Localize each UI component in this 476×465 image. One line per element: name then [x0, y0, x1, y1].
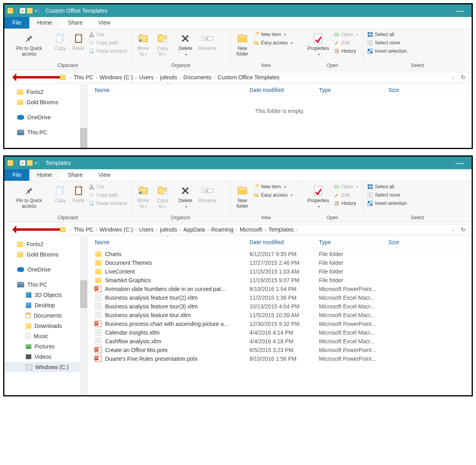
select-none-button[interactable]: Select none: [367, 40, 407, 46]
navigation-pane[interactable]: Fonts2Gold BloomsOneDriveThis PC: [4, 84, 88, 148]
qat-dropdown-icon[interactable]: ≡: [35, 161, 37, 165]
copy-path-button[interactable]: Copy path: [89, 40, 127, 46]
file-row[interactable]: SmartArt Graphics 11/19/2015 9:07 PM Fil…: [95, 276, 472, 285]
folder-icon[interactable]: [27, 8, 33, 13]
paste-shortcut-button[interactable]: Paste shortcut: [89, 48, 127, 54]
file-row[interactable]: Document Themes 12/27/2015 2:46 PM File …: [95, 258, 472, 267]
scrollbar-thumb[interactable]: [80, 128, 87, 148]
refresh-button[interactable]: ↻: [458, 72, 468, 83]
nav-item-fonts2[interactable]: Fonts2: [4, 239, 87, 249]
tab-home[interactable]: Home: [29, 169, 60, 181]
tab-view[interactable]: View: [90, 169, 118, 181]
nav-item-onedrive[interactable]: OneDrive: [4, 112, 87, 122]
breadcrumb-chevron-icon[interactable]: ›: [205, 227, 211, 232]
new-item-button[interactable]: ★New item▾: [253, 184, 292, 190]
column-header-type[interactable]: Type: [319, 239, 388, 245]
file-row[interactable]: Charts 6/12/2017 9:35 PM File folder: [95, 250, 472, 258]
open-button[interactable]: Open▾: [334, 184, 358, 190]
column-header-size[interactable]: Size: [388, 239, 412, 245]
qat-properties-icon[interactable]: ✔: [20, 160, 25, 166]
properties-button[interactable]: Properties▾: [304, 31, 332, 57]
breadcrumb-segment[interactable]: Custom Office Templates: [218, 74, 280, 80]
scrollbar-thumb[interactable]: [80, 280, 87, 308]
tab-home[interactable]: Home: [29, 17, 60, 29]
breadcrumb-segment[interactable]: Roaming: [211, 226, 233, 233]
invert-selection-button[interactable]: Invert selection: [367, 200, 407, 207]
column-header-type[interactable]: Type: [319, 87, 388, 93]
delete-button[interactable]: Delete▾: [175, 183, 196, 210]
column-header-name[interactable]: Name⌃: [95, 239, 250, 245]
file-row[interactable]: Create an Office Mix.potx 6/5/2015 3:23 …: [95, 346, 472, 354]
breadcrumb-segment[interactable]: This PC: [74, 74, 94, 80]
nav-item-gold-blooms[interactable]: Gold Blooms: [4, 97, 87, 107]
easy-access-button[interactable]: Easy access▾: [253, 40, 292, 46]
breadcrumb-chevron-icon[interactable]: ›: [262, 227, 269, 232]
nav-item-this-pc[interactable]: This PC: [4, 279, 87, 290]
cut-button[interactable]: Cut: [89, 31, 127, 38]
breadcrumb-chevron-icon[interactable]: ›: [133, 227, 139, 232]
copy-to-button[interactable]: Copyto▾: [153, 183, 172, 210]
column-header-size[interactable]: Size: [388, 87, 412, 93]
breadcrumb-chevron-icon[interactable]: ›: [93, 227, 100, 232]
breadcrumb-chevron-icon[interactable]: ›: [93, 75, 100, 80]
pin-quick-access-button[interactable]: Pin to Quick access: [7, 31, 52, 57]
qat-dropdown-icon[interactable]: ≡: [35, 9, 37, 13]
file-row[interactable]: Animation slide Numbers slide in on curv…: [95, 285, 472, 293]
breadcrumb-segment[interactable]: julesds: [160, 226, 177, 233]
easy-access-button[interactable]: Easy access▾: [253, 192, 292, 198]
new-folder-button[interactable]: Newfolder: [233, 183, 252, 209]
open-button[interactable]: Open▾: [334, 31, 358, 38]
paste-shortcut-button[interactable]: Paste shortcut: [89, 200, 127, 207]
tab-share[interactable]: Share: [60, 17, 90, 29]
select-all-button[interactable]: Select all: [367, 31, 407, 38]
pin-quick-access-button[interactable]: Pin to Quick access: [7, 183, 52, 209]
breadcrumb-segment[interactable]: julesds: [160, 74, 177, 80]
nav-item-gold-blooms[interactable]: Gold Blooms: [4, 249, 87, 260]
select-all-button[interactable]: Select all: [367, 184, 407, 190]
rename-button[interactable]: abRename: [196, 31, 220, 51]
move-to-button[interactable]: Moveto▾: [134, 31, 153, 57]
properties-button[interactable]: Properties▾: [304, 183, 332, 210]
file-row[interactable]: LiveContent 11/15/2015 1:03 AM File fold…: [95, 267, 472, 276]
nav-item-onedrive[interactable]: OneDrive: [4, 264, 87, 275]
invert-selection-button[interactable]: Invert selection: [367, 48, 407, 54]
breadcrumb-segment[interactable]: AppData: [183, 226, 205, 233]
breadcrumb-chevron-icon[interactable]: ›: [177, 227, 184, 232]
file-row[interactable]: Business analysis feature tour(3).xltm 1…: [95, 302, 472, 311]
breadcrumb-chevron-icon[interactable]: ›: [67, 75, 74, 80]
nav-item-fonts2[interactable]: Fonts2: [4, 87, 87, 97]
file-row[interactable]: Business analysis feature tour.xltm 11/5…: [95, 311, 472, 320]
breadcrumb-segment[interactable]: Documents: [183, 74, 211, 80]
nav-item-music[interactable]: ♪Music: [4, 331, 87, 341]
breadcrumb-segment[interactable]: Users: [139, 74, 154, 80]
breadcrumb-segment[interactable]: This PC: [74, 226, 94, 233]
breadcrumb-chevron-icon[interactable]: ›: [154, 75, 160, 80]
scrollbar[interactable]: [80, 237, 87, 395]
breadcrumb-chevron-icon[interactable]: ›: [133, 75, 139, 80]
file-row[interactable]: Cashflow analysis.xltm 4/4/2016 4:18 PM …: [95, 337, 472, 346]
nav-item-videos[interactable]: Videos: [4, 352, 87, 362]
nav-item-windows-c-[interactable]: Windows (C:): [4, 362, 87, 372]
select-none-button[interactable]: Select none: [367, 192, 407, 198]
breadcrumb-chevron-icon[interactable]: ›: [211, 75, 218, 80]
breadcrumb-chevron-icon[interactable]: ›: [234, 227, 240, 232]
new-item-button[interactable]: ★New item▾: [253, 31, 292, 38]
move-to-button[interactable]: Moveto▾: [134, 183, 153, 210]
nav-item-documents[interactable]: Documents: [4, 310, 87, 321]
nav-item-pictures[interactable]: Pictures: [4, 341, 87, 352]
breadcrumb-chevron-icon[interactable]: ›: [67, 227, 74, 232]
new-folder-button[interactable]: Newfolder: [233, 31, 252, 57]
address-dropdown-icon[interactable]: ⌄: [450, 227, 456, 232]
tab-file[interactable]: File: [4, 17, 29, 29]
history-button[interactable]: History: [334, 200, 358, 207]
address-dropdown-icon[interactable]: ⌄: [450, 75, 456, 79]
tab-view[interactable]: View: [90, 17, 118, 29]
edit-button[interactable]: Edit: [334, 40, 358, 46]
paste-button[interactable]: Paste: [69, 31, 87, 51]
file-row[interactable]: Business analysis feature tour(2).xltm 1…: [95, 293, 472, 302]
cut-button[interactable]: Cut: [89, 184, 127, 190]
refresh-button[interactable]: ↻: [458, 224, 468, 235]
breadcrumb-segment[interactable]: Windows (C:): [100, 74, 133, 80]
column-header-date[interactable]: Date modified: [250, 87, 319, 93]
breadcrumb-segment[interactable]: Templates: [269, 226, 294, 233]
